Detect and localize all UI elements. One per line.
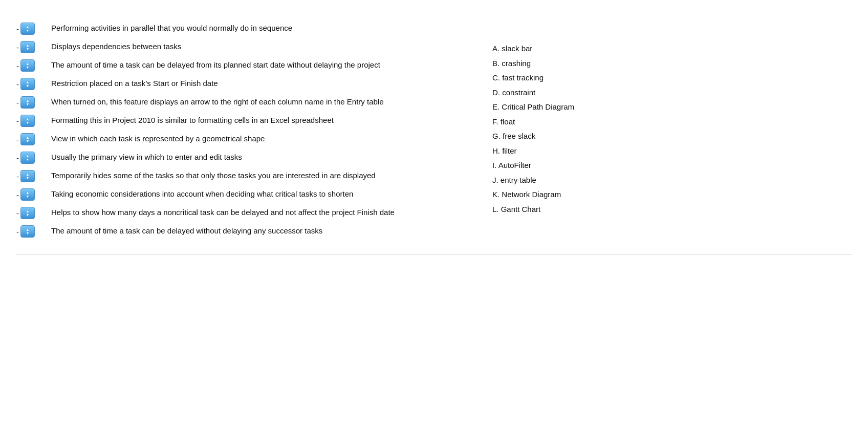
dropdown-wrapper-7: -: [16, 133, 48, 145]
dropdown-wrapper-10: -: [16, 188, 48, 201]
question-text-9: Temporarily hides some of the tasks so t…: [51, 169, 462, 182]
question-text-5: When turned on, this feature displays an…: [51, 95, 462, 108]
question-text-8: Usually the primary view in which to ent…: [51, 151, 462, 163]
question-row-4: -Restriction placed on a task’s Start or…: [16, 77, 462, 90]
question-text-12: The amount of time a task can be delayed…: [51, 224, 462, 237]
question-text-2: Displays dependencies between tasks: [51, 40, 462, 53]
answer-dropdown-7[interactable]: [20, 133, 35, 145]
dropdown-wrapper-11: -: [16, 207, 48, 219]
answer-dropdown-8[interactable]: [20, 152, 35, 164]
answers-column: A. slack barB. crashingC. fast trackingD…: [492, 22, 605, 216]
question-row-9: -Temporarily hides some of the tasks so …: [16, 169, 462, 182]
question-text-10: Taking economic considerations into acco…: [51, 187, 462, 200]
answer-dropdown-1[interactable]: [20, 23, 35, 35]
answer-dropdown-12[interactable]: [20, 225, 35, 238]
dash-label-9: -: [16, 172, 19, 181]
question-text-6: Formatting this in Project 2010 is simil…: [51, 114, 462, 126]
dropdown-wrapper-2: -: [16, 41, 48, 53]
question-row-6: -Formatting this in Project 2010 is simi…: [16, 114, 462, 127]
question-row-3: -The amount of time a task can be delaye…: [16, 58, 462, 72]
dash-label-10: -: [16, 190, 19, 199]
answer-dropdown-4[interactable]: [20, 78, 35, 90]
dash-label-8: -: [16, 154, 19, 162]
question-row-11: -Helps to show how many days a noncritic…: [16, 206, 462, 219]
answer-dropdown-11[interactable]: [20, 207, 35, 219]
answer-item-b: B. crashing: [492, 57, 605, 70]
answer-item-d: D. constraint: [492, 86, 605, 99]
dropdown-wrapper-9: -: [16, 170, 48, 182]
dropdown-wrapper-4: -: [16, 78, 48, 90]
answer-item-f: F. float: [492, 115, 605, 129]
question-text-1: Performing activities in parallel that y…: [51, 22, 462, 34]
question-text-11: Helps to show how many days a noncritica…: [51, 206, 462, 219]
dash-label-3: -: [16, 61, 19, 70]
question-row-5: -When turned on, this feature displays a…: [16, 95, 462, 109]
answer-dropdown-10[interactable]: [20, 188, 35, 201]
question-row-12: -The amount of time a task can be delaye…: [16, 224, 462, 238]
dash-label-12: -: [16, 227, 19, 236]
dropdown-wrapper-1: -: [16, 23, 48, 35]
answer-dropdown-2[interactable]: [20, 41, 35, 53]
question-row-2: -Displays dependencies between tasks: [16, 40, 462, 53]
dash-label-11: -: [16, 209, 19, 218]
dropdown-wrapper-5: -: [16, 96, 48, 109]
dash-label-5: -: [16, 98, 19, 107]
question-row-8: -Usually the primary view in which to en…: [16, 151, 462, 164]
answer-dropdown-5[interactable]: [20, 96, 35, 109]
answer-item-g: G. free slack: [492, 130, 605, 143]
dropdown-wrapper-6: -: [16, 115, 48, 127]
question-text-4: Restriction placed on a task’s Start or …: [51, 77, 462, 90]
main-layout: -Performing activities in parallel that …: [16, 22, 852, 238]
question-row-10: -Taking economic considerations into acc…: [16, 187, 462, 201]
question-row-1: -Performing activities in parallel that …: [16, 22, 462, 35]
answer-item-l: L. Gantt Chart: [492, 203, 605, 216]
question-row-7: -View in which each task is represented …: [16, 132, 462, 145]
dash-label-1: -: [16, 25, 19, 33]
answer-dropdown-9[interactable]: [20, 170, 35, 182]
dropdown-wrapper-8: -: [16, 152, 48, 164]
answer-dropdown-3[interactable]: [20, 59, 35, 72]
answer-item-e: E. Critical Path Diagram: [492, 100, 605, 114]
answer-item-c: C. fast tracking: [492, 71, 605, 84]
answer-item-i: I. AutoFilter: [492, 159, 605, 172]
answer-item-k: K. Network Diagram: [492, 188, 605, 201]
answer-item-j: J. entry table: [492, 174, 605, 187]
answer-item-h: H. filter: [492, 144, 605, 158]
answer-item-a: A. slack bar: [492, 42, 605, 55]
questions-column: -Performing activities in parallel that …: [16, 22, 462, 238]
dash-label-2: -: [16, 43, 19, 52]
dropdown-wrapper-12: -: [16, 225, 48, 238]
dash-label-7: -: [16, 135, 19, 144]
dropdown-wrapper-3: -: [16, 59, 48, 72]
bottom-divider: [16, 254, 852, 254]
dash-label-6: -: [16, 117, 19, 125]
answer-dropdown-6[interactable]: [20, 115, 35, 127]
question-text-7: View in which each task is represented b…: [51, 132, 462, 145]
question-text-3: The amount of time a task can be delayed…: [51, 58, 462, 71]
dash-label-4: -: [16, 80, 19, 89]
